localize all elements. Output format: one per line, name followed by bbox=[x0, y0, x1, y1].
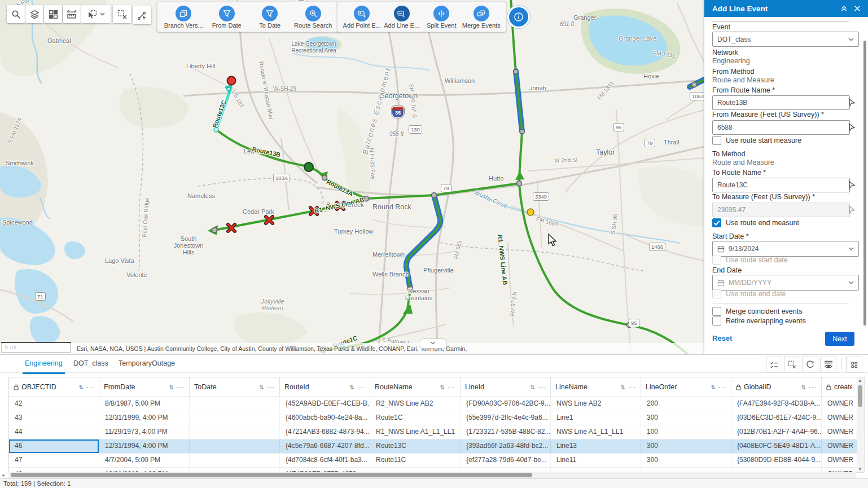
layers-button[interactable] bbox=[25, 5, 43, 23]
refresh-button[interactable] bbox=[802, 357, 818, 373]
attribute-table: OBJECTID⇅··· FromDate⇅··· ToDate⇅··· Rou… bbox=[8, 377, 857, 473]
measure-button[interactable] bbox=[63, 5, 81, 23]
column-menu-icon[interactable]: ··· bbox=[448, 384, 455, 390]
red-point-marker[interactable] bbox=[227, 77, 236, 85]
merge-coincident-events-checkbox[interactable]: Merge coincident events bbox=[712, 307, 803, 316]
pick-from-measure-button[interactable] bbox=[847, 121, 857, 133]
table-vertical-scrollbar[interactable]: ▲ ▼ bbox=[857, 377, 865, 473]
use-route-start-measure-checkbox[interactable]: Use route start measure bbox=[712, 136, 801, 145]
tab-dot-class[interactable]: DOT_class bbox=[71, 355, 111, 372]
end-date-input[interactable]: MM/DD/YYYY bbox=[712, 275, 859, 291]
sort-icon[interactable]: ⇅ bbox=[79, 384, 84, 390]
from-measure-input[interactable]: 6588 bbox=[712, 120, 850, 135]
table-row-selected[interactable]: 4612/31/1994, 4:00 PM{4c5e79a6-6687-4207… bbox=[9, 439, 857, 454]
scrollbar-thumb[interactable] bbox=[858, 385, 862, 407]
show-selected-records-button[interactable] bbox=[766, 357, 782, 373]
from-date-button[interactable]: From Date bbox=[207, 5, 247, 29]
start-date-label: Start Date * bbox=[712, 232, 860, 240]
to-route-input[interactable]: Route13C bbox=[712, 178, 850, 192]
add-point-event-button[interactable]: Add Point E... bbox=[342, 5, 382, 29]
column-header-lineorder[interactable]: LineOrder⇅··· bbox=[641, 377, 731, 397]
column-menu-icon[interactable]: ··· bbox=[809, 384, 817, 390]
route-shield: 79 bbox=[645, 139, 655, 147]
event-select[interactable]: DOT_class bbox=[712, 32, 859, 47]
merge-events-button[interactable]: Merge Events bbox=[462, 5, 502, 29]
branch-version-button[interactable]: Branch Vers... bbox=[163, 5, 204, 29]
scroll-left-arrow[interactable]: ◂ bbox=[2, 472, 5, 478]
table-options-button[interactable] bbox=[846, 357, 862, 373]
sort-icon[interactable]: ⇅ bbox=[169, 384, 174, 390]
basemap-button[interactable] bbox=[44, 5, 62, 23]
column-menu-icon[interactable]: ··· bbox=[177, 384, 185, 390]
route-search-button[interactable]: Route Search bbox=[293, 5, 334, 29]
column-header-routename[interactable]: RouteName⇅··· bbox=[370, 377, 461, 397]
column-header-objectid[interactable]: OBJECTID⇅··· bbox=[9, 377, 99, 397]
select-cursor-icon bbox=[87, 10, 97, 19]
info-button[interactable] bbox=[507, 6, 530, 28]
table-row[interactable]: 474/7/2004, 5:00 PM{4d7084c8-6cf4-40f1-b… bbox=[9, 454, 857, 468]
column-menu-icon[interactable]: ··· bbox=[628, 384, 636, 390]
close-panel-button[interactable] bbox=[852, 3, 862, 14]
search-button[interactable] bbox=[7, 5, 25, 23]
from-method-value: Route and Measure bbox=[712, 76, 860, 84]
to-date-button[interactable]: To Date bbox=[249, 5, 290, 29]
column-header-lineid[interactable]: LineId⇅··· bbox=[461, 377, 551, 397]
branch-version-icon bbox=[176, 6, 191, 21]
collapse-panel-button[interactable] bbox=[839, 3, 849, 14]
column-menu-icon[interactable]: ··· bbox=[718, 384, 726, 390]
table-horizontal-scrollbar[interactable]: ◂ bbox=[8, 472, 856, 478]
sort-icon[interactable]: ⇅ bbox=[621, 384, 625, 390]
next-button[interactable]: Next bbox=[825, 332, 854, 346]
green-point-marker[interactable] bbox=[304, 162, 313, 172]
split-event-button[interactable]: Split Event bbox=[422, 5, 462, 29]
scroll-down-arrow[interactable]: ▼ bbox=[857, 467, 863, 472]
lake-label: Granger Lake bbox=[619, 35, 656, 42]
reset-link[interactable]: Reset bbox=[712, 334, 732, 342]
column-menu-icon[interactable]: ··· bbox=[86, 384, 94, 390]
table-row[interactable]: 428/8/1987, 5:00 PM{452A9ABD-E0EF-4CEB-B… bbox=[9, 397, 857, 411]
use-route-end-measure-checkbox[interactable]: Use route end measure bbox=[712, 218, 800, 227]
retire-overlapping-events-checkbox[interactable]: Retire overlapping events bbox=[712, 316, 806, 326]
toggle-field-visibility-button[interactable] bbox=[820, 357, 836, 373]
pick-from-route-button[interactable] bbox=[847, 96, 857, 108]
scrollbar-thumb[interactable] bbox=[11, 473, 532, 477]
sort-icon[interactable]: ⇅ bbox=[531, 384, 535, 390]
panel-title: Add Line Event bbox=[712, 5, 768, 13]
column-header-fromdate[interactable]: FromDate⇅··· bbox=[99, 377, 190, 397]
add-line-event-button[interactable]: Add Line E... bbox=[382, 5, 422, 29]
column-header-globalid[interactable]: GlobalID⇅··· bbox=[731, 377, 822, 397]
start-date-input[interactable]: 9/13/2024 bbox=[712, 241, 859, 257]
county-label: Williamson bbox=[445, 77, 475, 84]
select-button[interactable] bbox=[81, 5, 111, 23]
clear-selection-button[interactable] bbox=[113, 5, 131, 23]
attribution-collapse-button[interactable] bbox=[419, 338, 447, 349]
panel-scrollbar[interactable] bbox=[863, 41, 866, 326]
network-value: Engineering bbox=[712, 57, 860, 65]
sort-icon[interactable]: ⇅ bbox=[711, 384, 716, 390]
table-tabs: Engineering DOT_class TemporaryOutage bbox=[0, 355, 868, 373]
pick-to-route-button[interactable] bbox=[847, 178, 857, 191]
column-header-linename[interactable]: LineName⇅··· bbox=[551, 377, 641, 397]
tab-temporary-outage[interactable]: TemporaryOutage bbox=[116, 355, 177, 372]
column-menu-icon[interactable]: ··· bbox=[538, 384, 546, 390]
sort-icon[interactable]: ⇅ bbox=[260, 384, 264, 390]
table-row[interactable]: 4312/31/1999, 4:00 PM{4600abc5-ba90-4e24… bbox=[9, 411, 857, 425]
sort-icon[interactable]: ⇅ bbox=[440, 384, 445, 390]
sort-icon[interactable]: ⇅ bbox=[801, 384, 806, 390]
column-header-create[interactable]: create bbox=[822, 377, 857, 397]
clear-table-selection-button[interactable] bbox=[784, 357, 800, 373]
tab-engineering[interactable]: Engineering bbox=[23, 355, 65, 374]
map-pointer-icon bbox=[848, 123, 856, 131]
from-route-input[interactable]: Route13B bbox=[712, 95, 850, 110]
yellow-point-marker[interactable] bbox=[527, 209, 534, 216]
column-header-todate[interactable]: ToDate⇅··· bbox=[190, 377, 280, 397]
map-canvas[interactable]: Oatmeal Liberty Hill Smithwick Nameless … bbox=[0, 0, 704, 354]
column-menu-icon[interactable]: ··· bbox=[357, 384, 365, 390]
scroll-up-arrow[interactable]: ▲ bbox=[857, 378, 863, 383]
column-menu-icon[interactable]: ··· bbox=[267, 384, 275, 390]
column-header-routeid[interactable]: RouteId⇅··· bbox=[280, 377, 370, 397]
route-shield: 79 bbox=[441, 184, 451, 192]
sort-icon[interactable]: ⇅ bbox=[350, 384, 354, 390]
table-row[interactable]: 4411/29/1973, 4:00 PM{47214AB3-6882-4873… bbox=[9, 425, 857, 439]
select-events-tool-button[interactable] bbox=[133, 6, 151, 24]
